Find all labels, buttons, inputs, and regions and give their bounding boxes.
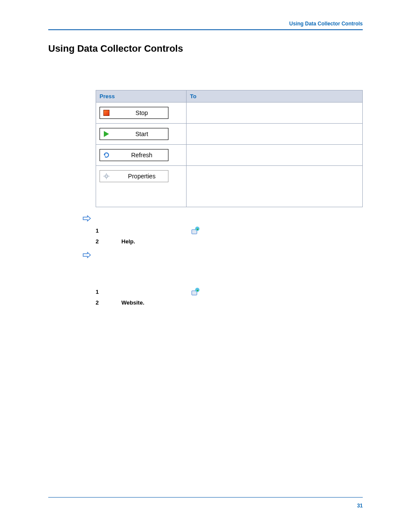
system-tray-icon [191,226,200,235]
col-header-to: To [187,90,363,103]
footer-rule [48,497,363,498]
svg-rect-3 [106,178,107,179]
play-icon [103,131,110,137]
step-number: 2 [96,238,102,245]
step-number: 1 [96,227,102,234]
controls-table: Press To Stop Stop collecting data. [96,90,363,207]
list-item: 2 Click Help. [83,236,363,246]
svg-rect-4 [103,176,105,177]
page-title: Using Data Collector Controls [48,43,363,54]
step-number: 2 [96,299,102,306]
intro-paragraph: Use the Data Collector controls in the u… [48,65,363,81]
gear-icon [103,173,110,179]
step-number: 1 [96,289,102,295]
col-header-press: Press [96,90,187,103]
stop-desc: Stop collecting data. [187,103,363,124]
properties-desc: Open the Data Collector Properties dialo… [187,166,363,207]
stop-icon [103,110,110,116]
running-header: Using Data Collector Controls [289,21,363,27]
refresh-button[interactable]: Refresh [100,149,168,161]
page-number: 31 [357,503,363,509]
arrow-right-icon [83,252,91,258]
start-desc: Start collecting data. [187,124,363,145]
start-button[interactable]: Start [100,128,168,140]
svg-point-1 [106,175,107,177]
procedure-2-note: The website contains downloads, document… [96,263,337,280]
header-rule [48,29,363,30]
refresh-icon [103,152,110,159]
arrow-right-icon [83,215,91,222]
system-tray-icon [191,287,200,296]
properties-button[interactable]: Properties [100,170,168,182]
procedure-2-steps: 1 Right-click the system-tray icon . 2 C… [83,286,363,308]
procedure-1-lead: To open the online help: [97,215,161,221]
procedure-2-lead: To open the product website: [97,252,174,258]
refresh-desc: Refresh the data displayed in the consol… [187,145,363,166]
svg-rect-5 [108,176,109,177]
list-item: 2 Click Website. [83,298,363,308]
stop-button[interactable]: Stop [100,107,168,119]
properties-button-label: Properties [118,173,165,180]
list-item: 1 Right-click the system-tray icon . [83,224,363,236]
procedure-1-steps: 1 Right-click the system-tray icon . 2 C… [83,224,363,246]
svg-rect-2 [106,173,107,174]
stop-button-label: Stop [118,109,165,116]
list-item: 1 Right-click the system-tray icon . [83,286,363,298]
refresh-button-label: Refresh [118,152,165,159]
start-button-label: Start [118,131,165,137]
